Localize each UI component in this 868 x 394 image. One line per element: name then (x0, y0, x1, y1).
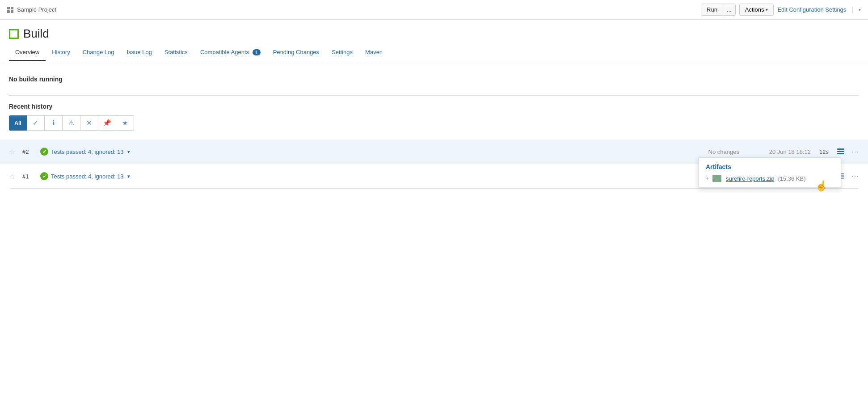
tab-issuelog[interactable]: Issue Log (120, 44, 158, 61)
no-builds-label: No builds running (9, 70, 859, 88)
filter-warn-icon: ⚠ (68, 119, 74, 127)
tab-history[interactable]: History (46, 44, 76, 61)
build-type-icon (9, 29, 19, 39)
compatible-agents-badge: 1 (253, 49, 261, 55)
artifact-folder-icon (712, 175, 721, 182)
tab-changelog[interactable]: Change Log (76, 44, 121, 61)
build-1-success-icon (40, 172, 48, 180)
filter-star-icon: ★ (122, 119, 128, 127)
recent-history-title: Recent history (9, 103, 859, 110)
run-button-group[interactable]: Run ... (701, 4, 736, 16)
build-2-success-icon (40, 148, 48, 156)
page-header: Build (0, 20, 868, 41)
tab-maven[interactable]: Maven (359, 44, 389, 61)
build-1-more-button[interactable]: ⋯ (851, 171, 859, 181)
build-2-status-dropdown-icon[interactable]: ▾ (127, 149, 130, 155)
build-1-star-icon[interactable]: ☆ (9, 172, 18, 181)
run-button[interactable]: Run (701, 4, 723, 15)
tab-settings[interactable]: Settings (325, 44, 359, 61)
top-bar-actions: Run ... Actions ▾ Edit Configuration Set… (701, 4, 861, 16)
separator: | (851, 6, 853, 13)
filter-success-button[interactable]: ✓ (27, 115, 45, 131)
filter-star-button[interactable]: ★ (116, 115, 134, 131)
build-2-status-text[interactable]: Tests passed: 4, ignored: 13 (51, 148, 124, 155)
cursor-hand-icon: ☝ (815, 180, 827, 192)
top-bar: Sample Project Run ... Actions ▾ Edit Co… (0, 0, 868, 20)
build-1-status-text[interactable]: Tests passed: 4, ignored: 13 (51, 173, 124, 180)
filter-all-label: All (14, 120, 21, 126)
filter-pin-icon: 📌 (103, 119, 111, 127)
artifacts-popup: Artifacts + surefire-reports.zip (15.36 … (698, 157, 841, 188)
build-2-more-button[interactable]: ⋯ (851, 147, 859, 157)
artifact-name-link[interactable]: surefire-reports.zip (726, 175, 774, 182)
edit-config-link[interactable]: Edit Configuration Settings (777, 6, 846, 13)
grid-icon (7, 7, 13, 13)
build-row-2: ☆ #2 Tests passed: 4, ignored: 13 ▾ No c… (0, 140, 868, 164)
artifacts-popup-title: Artifacts (706, 163, 834, 170)
divider-1 (9, 95, 859, 96)
artifact-size: (15.36 KB) (778, 175, 805, 182)
filter-pin-button[interactable]: 📌 (98, 115, 116, 131)
svg-rect-1 (837, 151, 844, 152)
build-2-date: 20 Jun 18 18:12 (739, 148, 811, 155)
build-2-star-icon[interactable]: ☆ (9, 148, 18, 156)
tab-nav: Overview History Change Log Issue Log St… (0, 44, 868, 61)
actions-chevron-icon: ▾ (766, 7, 768, 12)
filter-error-icon: ✕ (86, 119, 92, 127)
build-2-no-changes: No changes (650, 148, 739, 155)
filter-success-icon: ✓ (33, 119, 38, 127)
tab-statistics[interactable]: Statistics (158, 44, 194, 61)
filter-info-button[interactable]: ℹ (45, 115, 63, 131)
build-2-artifacts-button[interactable] (834, 145, 847, 158)
build-2-duration: 12s (811, 148, 829, 155)
tab-compatibleagents[interactable]: Compatible Agents 1 (194, 44, 267, 61)
tab-overview[interactable]: Overview (9, 44, 46, 61)
filter-error-button[interactable]: ✕ (80, 115, 98, 131)
page-title: Build (23, 27, 49, 41)
filter-all-button[interactable]: All (9, 115, 27, 131)
build-1-status: Tests passed: 4, ignored: 13 ▾ (40, 172, 404, 180)
build-2-actions: ⋯ (834, 145, 859, 158)
svg-rect-0 (837, 148, 844, 150)
project-breadcrumb: Sample Project (7, 6, 56, 13)
actions-label: Actions (745, 6, 764, 13)
svg-rect-2 (837, 153, 844, 154)
build-2-status: Tests passed: 4, ignored: 13 ▾ (40, 148, 650, 156)
build-1-status-dropdown-icon[interactable]: ▾ (127, 174, 130, 179)
artifact-item-1: + surefire-reports.zip (15.36 KB) (706, 175, 834, 182)
build-1-number: #1 (22, 173, 40, 180)
build-2-number: #2 (22, 148, 40, 155)
filter-warn-button[interactable]: ⚠ (63, 115, 80, 131)
config-dropdown-icon[interactable]: ▾ (859, 7, 861, 12)
actions-button[interactable]: Actions ▾ (739, 4, 774, 16)
run-ellipsis-button[interactable]: ... (723, 4, 735, 15)
filter-info-icon: ℹ (52, 119, 55, 127)
tab-pendingchanges[interactable]: Pending Changes (267, 44, 325, 61)
project-name: Sample Project (17, 6, 56, 13)
content-area: No builds running Recent history All ✓ ℹ… (0, 61, 868, 198)
artifact-expand-icon[interactable]: + (706, 175, 709, 182)
filter-bar: All ✓ ℹ ⚠ ✕ 📌 ★ (9, 115, 859, 131)
